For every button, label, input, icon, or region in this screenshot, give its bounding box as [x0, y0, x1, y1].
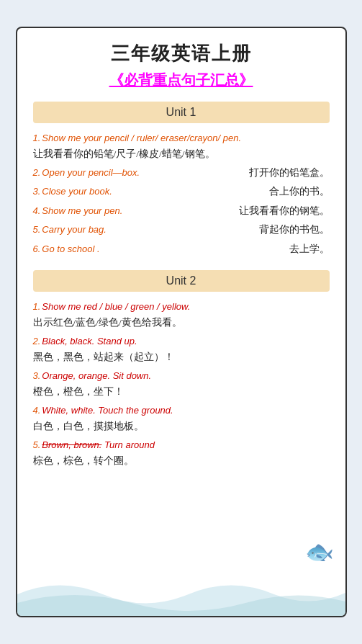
- list-item: 6.Go to school . 去上学。: [33, 241, 330, 257]
- item-number: 2.: [33, 167, 41, 178]
- item-english: Go to school .: [42, 243, 99, 254]
- item-chinese: 背起你的书包。: [259, 222, 330, 238]
- item-number: 1.: [33, 301, 41, 312]
- item-english: White, white. Touch the ground.: [42, 405, 173, 416]
- item-number: 2.: [33, 336, 41, 346]
- item-english: Orange, orange. Sit down.: [42, 370, 151, 381]
- item-chinese: 去上学。: [289, 241, 330, 257]
- item-english: Open your pencil—box.: [42, 167, 140, 178]
- main-title: 三年级英语上册: [33, 41, 330, 66]
- item-number: 3.: [33, 370, 41, 381]
- unit2-section: Unit 2 1.Show me red / blue / green / ye…: [33, 270, 330, 469]
- fish-icon: 🐟: [305, 538, 334, 565]
- list-item: 3.Close your book. 合上你的书。: [33, 184, 330, 200]
- item-number: 3.: [33, 186, 41, 197]
- subtitle: 《必背重点句子汇总》: [33, 71, 330, 90]
- item-english: Show me red / blue / green / yellow.: [42, 301, 190, 312]
- item-chinese: 橙色，橙色，坐下！: [33, 384, 330, 400]
- list-item: 4.White, white. Touch the ground. 白色，白色，…: [33, 403, 330, 434]
- item-english-strikethrough: Brown, brown.: [42, 439, 101, 450]
- item-chinese: 让我看看你的钢笔。: [239, 203, 330, 219]
- item-chinese: 黑色，黑色，站起来（起立）！: [33, 349, 330, 365]
- item-english: Carry your bag.: [42, 224, 107, 235]
- unit1-header: Unit 1: [33, 102, 330, 123]
- item-chinese: 出示红色/蓝色/绿色/黄色给我看。: [33, 315, 330, 331]
- unit2-header: Unit 2: [33, 270, 330, 292]
- list-item: 5.Carry your bag. 背起你的书包。: [33, 222, 330, 238]
- list-item: 4.Show me your pen. 让我看看你的钢笔。: [33, 203, 330, 219]
- item-chinese: 合上你的书。: [269, 184, 330, 200]
- item-english: Black, black. Stand up.: [42, 336, 137, 346]
- item-english-normal: Turn around: [101, 439, 154, 450]
- item-chinese: 让我看看你的铅笔/尺子/橡皮/蜡笔/钢笔。: [33, 146, 330, 162]
- main-card: 三年级英语上册 《必背重点句子汇总》 Unit 1 1.Show me your…: [16, 27, 347, 617]
- item-number: 4.: [33, 405, 41, 416]
- list-item: 2.Open your pencil—box. 打开你的铅笔盒。: [33, 165, 330, 181]
- item-number: 6.: [33, 243, 41, 254]
- list-item: 2.Black, black. Stand up. 黑色，黑色，站起来（起立）！: [33, 334, 330, 365]
- item-english: Show me your pen.: [42, 205, 122, 216]
- item-english: Close your book.: [42, 186, 112, 197]
- item-chinese: 棕色，棕色，转个圈。: [33, 453, 330, 469]
- item-number: 1.: [33, 133, 41, 143]
- item-chinese: 白色，白色，摸摸地板。: [33, 419, 330, 434]
- item-english: Show me your pencil / ruler/ eraser/cray…: [42, 133, 241, 143]
- list-item: 3.Orange, orange. Sit down. 橙色，橙色，坐下！: [33, 368, 330, 400]
- item-number: 5.: [33, 224, 41, 235]
- unit1-section: Unit 1 1.Show me your pencil / ruler/ er…: [33, 102, 330, 257]
- list-item: 1.Show me red / blue / green / yellow. 出…: [33, 299, 330, 331]
- item-chinese: 打开你的铅笔盒。: [249, 165, 330, 181]
- item-number: 5.: [33, 439, 41, 450]
- wave-decoration: [17, 573, 345, 616]
- item-number: 4.: [33, 205, 41, 216]
- list-item: 1.Show me your pencil / ruler/ eraser/cr…: [33, 130, 330, 162]
- list-item: 5.Brown, brown. Turn around 棕色，棕色，转个圈。: [33, 437, 330, 469]
